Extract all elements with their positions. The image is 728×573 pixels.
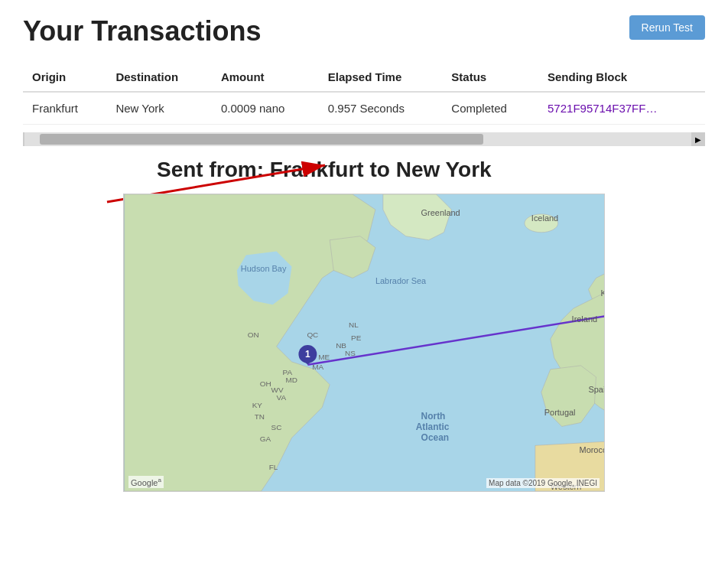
- svg-text:NS: NS: [345, 349, 356, 357]
- cell-amount: 0.0009 nano: [212, 92, 319, 125]
- table-header-row: Origin Destination Amount Elapsed Time S…: [23, 63, 705, 92]
- col-amount: Amount: [212, 63, 319, 92]
- svg-text:OH: OH: [260, 379, 271, 388]
- svg-text:VA: VA: [277, 393, 287, 402]
- transactions-table: Origin Destination Amount Elapsed Time S…: [23, 63, 705, 125]
- svg-text:Labrador Sea: Labrador Sea: [375, 276, 427, 285]
- svg-text:FL: FL: [269, 463, 278, 471]
- svg-text:United: United: [603, 279, 604, 288]
- map-svg: Greenland Iceland Sweden Norway Denmark …: [124, 194, 604, 491]
- cell-origin: Frankfurt: [23, 92, 106, 125]
- svg-text:WV: WV: [271, 386, 284, 394]
- svg-text:1: 1: [305, 349, 310, 360]
- svg-text:KY: KY: [252, 401, 263, 409]
- cell-status: Completed: [442, 92, 538, 125]
- scroll-right-button[interactable]: ▶: [691, 132, 705, 146]
- rerun-test-button[interactable]: Rerun Test: [629, 15, 705, 40]
- table-row: Frankfurt New York 0.0009 nano 0.957 Sec…: [23, 92, 705, 125]
- svg-text:MD: MD: [286, 376, 297, 384]
- svg-text:TN: TN: [255, 412, 265, 421]
- col-origin: Origin: [23, 63, 106, 92]
- svg-text:Kingdom: Kingdom: [600, 288, 604, 298]
- svg-text:MA: MA: [312, 363, 323, 371]
- svg-text:Spain: Spain: [588, 385, 604, 394]
- svg-text:SC: SC: [271, 423, 282, 431]
- svg-text:Greenland: Greenland: [421, 208, 460, 217]
- svg-text:PE: PE: [351, 334, 362, 342]
- horizontal-scrollbar[interactable]: ◀ ▶: [23, 132, 705, 146]
- cell-sending-block[interactable]: 5721F95714F37FF…: [538, 92, 705, 125]
- map-section: Greenland Iceland Sweden Norway Denmark …: [123, 194, 605, 492]
- svg-text:QC: QC: [307, 330, 318, 339]
- col-elapsed-time: Elapsed Time: [319, 63, 443, 92]
- svg-text:Portugal: Portugal: [544, 408, 576, 417]
- col-status: Status: [442, 63, 538, 92]
- map-container: Greenland Iceland Sweden Norway Denmark …: [123, 194, 605, 492]
- cell-elapsed-time: 0.957 Seconds: [319, 92, 443, 125]
- map-copyright: Map data ©2019 Google, INEGI: [486, 478, 600, 488]
- svg-text:GA: GA: [260, 435, 271, 443]
- svg-text:Ocean: Ocean: [421, 432, 449, 443]
- scrollbar-thumb[interactable]: [40, 134, 483, 145]
- svg-text:North: North: [421, 411, 446, 422]
- col-sending-block: Sending Block: [538, 63, 705, 92]
- svg-text:Atlantic: Atlantic: [416, 422, 450, 432]
- svg-text:ON: ON: [248, 330, 259, 339]
- transactions-table-container: Origin Destination Amount Elapsed Time S…: [23, 63, 705, 125]
- svg-text:Morocco: Morocco: [580, 445, 604, 454]
- svg-text:ME: ME: [318, 353, 330, 361]
- svg-text:NL: NL: [349, 321, 359, 329]
- svg-text:Ireland: Ireland: [572, 314, 597, 324]
- page-title: Your Transactions: [23, 15, 261, 47]
- scroll-right-icon: ▶: [695, 135, 701, 144]
- svg-text:Hudson Bay: Hudson Bay: [241, 264, 287, 273]
- svg-text:Iceland: Iceland: [531, 213, 558, 223]
- svg-text:PA: PA: [283, 368, 293, 376]
- col-destination: Destination: [106, 63, 212, 92]
- map-background: Greenland Iceland Sweden Norway Denmark …: [124, 194, 604, 491]
- google-logo: Googlea: [128, 476, 164, 488]
- sending-block-link[interactable]: 5721F95714F37FF…: [548, 102, 657, 115]
- cell-destination: New York: [106, 92, 212, 125]
